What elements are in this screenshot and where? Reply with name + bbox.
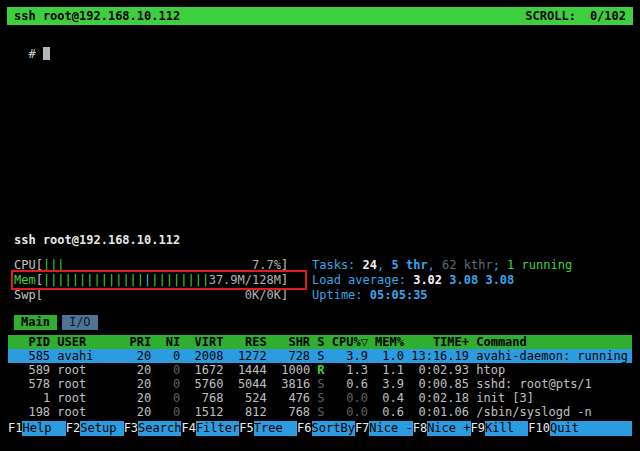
process-row[interactable]: 589root200167214441000R1.31.10:02.93htop <box>8 363 632 377</box>
col-header-time[interactable]: TIME+ <box>411 335 469 349</box>
cell-pri: 20 <box>130 405 152 419</box>
process-row[interactable]: 1root200768524476S0.00.40:02.18init [3] <box>8 391 632 405</box>
cell-command: avahi-daemon: running <box>476 349 632 363</box>
fkey-f10[interactable]: F10Quit <box>528 421 593 436</box>
cell-time: 0:02.93 <box>411 363 469 377</box>
uptime-line: Uptime: 05:05:35 <box>312 288 428 303</box>
cell-virt: 1672 <box>187 363 223 377</box>
col-header-shr[interactable]: SHR <box>274 335 310 349</box>
scroll-value: 0/102 <box>590 9 626 23</box>
cell-time: 0:00.85 <box>411 377 469 391</box>
cell-pid: 198 <box>14 405 50 419</box>
mem-meter-label: Mem <box>14 273 36 287</box>
cell-user: root <box>57 405 122 419</box>
col-header-pri[interactable]: PRI <box>130 335 152 349</box>
cpu-meter-bars: ||| <box>43 258 65 273</box>
mem-meter-bars: ||||||||||||||||||||||| <box>43 273 209 288</box>
cell-ni: 0 <box>158 405 180 419</box>
cell-cpu: 1.3 <box>332 363 368 377</box>
fkey-f2[interactable]: F2Setup <box>66 421 124 436</box>
fkey-number: F8 <box>413 421 427 436</box>
col-header-pid[interactable]: PID <box>14 335 50 349</box>
load-average-line: Load average: 3.02 3.08 3.08 <box>312 273 514 288</box>
fkey-number: F7 <box>355 421 369 436</box>
fkey-number: F5 <box>239 421 253 436</box>
cell-s: S <box>317 405 324 419</box>
process-row[interactable]: 578root200576050443816S0.63.90:00.85sshd… <box>8 377 632 391</box>
cell-pid: 1 <box>14 391 50 405</box>
uptime-value: 05:05:35 <box>370 288 428 302</box>
htop-meters: CPU[|||7.7%] Tasks: 24, 5 thr, 62 kthr; … <box>8 258 632 303</box>
load-15min: 3.08 <box>485 273 514 287</box>
cell-time: 0:01.06 <box>411 405 469 419</box>
bottom-pane-title: ssh root@192.168.10.112 <box>14 233 180 248</box>
col-header-virt[interactable]: VIRT <box>187 335 223 349</box>
cell-pri: 20 <box>130 349 152 363</box>
fkey-label: Help <box>22 421 65 436</box>
fkey-f8[interactable]: F8Nice + <box>413 421 471 436</box>
cell-pri: 20 <box>130 377 152 391</box>
fkey-label: Kill <box>485 421 528 436</box>
mem-meter: Mem[|||||||||||||||||||||||37.9M/128M] <box>8 273 300 288</box>
fkey-label: Search <box>138 421 181 436</box>
fkey-bar-filler <box>593 421 632 436</box>
fkey-number: F6 <box>297 421 311 436</box>
fkey-f3[interactable]: F3Search <box>124 421 182 436</box>
fkey-label: Tree <box>254 421 297 436</box>
col-header-res[interactable]: RES <box>231 335 267 349</box>
col-header-cpu[interactable]: CPU%▽ <box>332 335 368 349</box>
tasks-sep: ; <box>493 258 507 272</box>
cell-shr: 476 <box>274 391 310 405</box>
top-terminal[interactable]: # <box>14 32 50 47</box>
bracket-open: [ <box>36 258 43 272</box>
col-header-ni[interactable]: NI <box>158 335 180 349</box>
bracket-open: [ <box>36 288 43 302</box>
col-header-mem[interactable]: MEM% <box>375 335 404 349</box>
col-header-user[interactable]: USER <box>57 335 122 349</box>
fkey-f7[interactable]: F7Nice - <box>355 421 413 436</box>
tab-main[interactable]: Main <box>14 315 57 330</box>
col-header-command[interactable]: Command <box>476 335 632 349</box>
cell-cpu: 0.0 <box>332 405 368 419</box>
cell-s: S <box>317 391 324 405</box>
tasks-sep: , <box>428 258 442 272</box>
cell-user: root <box>57 391 122 405</box>
top-pane-title: ssh root@192.168.10.112 <box>14 9 180 23</box>
tasks-label: Tasks: <box>312 258 363 272</box>
cell-res: 1444 <box>231 363 267 377</box>
cell-s: R <box>317 363 324 377</box>
top-pane-titlebar: ssh root@192.168.10.112 SCROLL: 0/102 <box>7 7 633 25</box>
cell-pid: 585 <box>14 349 50 363</box>
tasks-running: 1 running <box>507 258 572 272</box>
cell-pid: 578 <box>14 377 50 391</box>
cpu-meter-label: CPU <box>14 258 36 272</box>
fkey-f5[interactable]: F5Tree <box>239 421 297 436</box>
process-row[interactable]: 198root2001512812768S0.00.60:01.06/sbin/… <box>8 405 632 419</box>
fkey-f1[interactable]: F1Help <box>8 421 66 436</box>
tasks-sep: , <box>377 258 391 272</box>
cell-virt: 768 <box>187 391 223 405</box>
col-header-s[interactable]: S <box>317 335 324 349</box>
cell-s: S <box>317 377 324 391</box>
process-row[interactable]: 585avahi20020081272728S3.91.013:16.19ava… <box>8 349 632 363</box>
process-table-header: PIDUSERPRINIVIRTRESSHRSCPU%▽MEM%TIME+Com… <box>8 335 632 349</box>
scroll-indicator: SCROLL: 0/102 <box>525 9 626 23</box>
cell-cpu: 0.6 <box>332 377 368 391</box>
cell-mem: 0.6 <box>375 405 404 419</box>
cell-command: /sbin/syslogd -n <box>476 405 632 419</box>
fkey-f4[interactable]: F4Filter <box>181 421 239 436</box>
process-table: PIDUSERPRINIVIRTRESSHRSCPU%▽MEM%TIME+Com… <box>8 335 632 419</box>
bracket-close: ] <box>281 273 288 287</box>
fkey-label: SortBy <box>312 421 355 436</box>
fkey-f9[interactable]: F9Kill <box>471 421 529 436</box>
fkey-f6[interactable]: F6SortBy <box>297 421 355 436</box>
tab-io[interactable]: I/O <box>62 315 98 330</box>
cell-mem: 0.4 <box>375 391 404 405</box>
fkey-number: F9 <box>471 421 485 436</box>
shell-prompt: # <box>28 47 35 61</box>
swap-meter-value: 0K/0K <box>245 288 281 303</box>
cell-pri: 20 <box>130 363 152 377</box>
bracket-close: ] <box>281 288 288 302</box>
cell-mem: 1.1 <box>375 363 404 377</box>
cell-time: 0:02.18 <box>411 391 469 405</box>
